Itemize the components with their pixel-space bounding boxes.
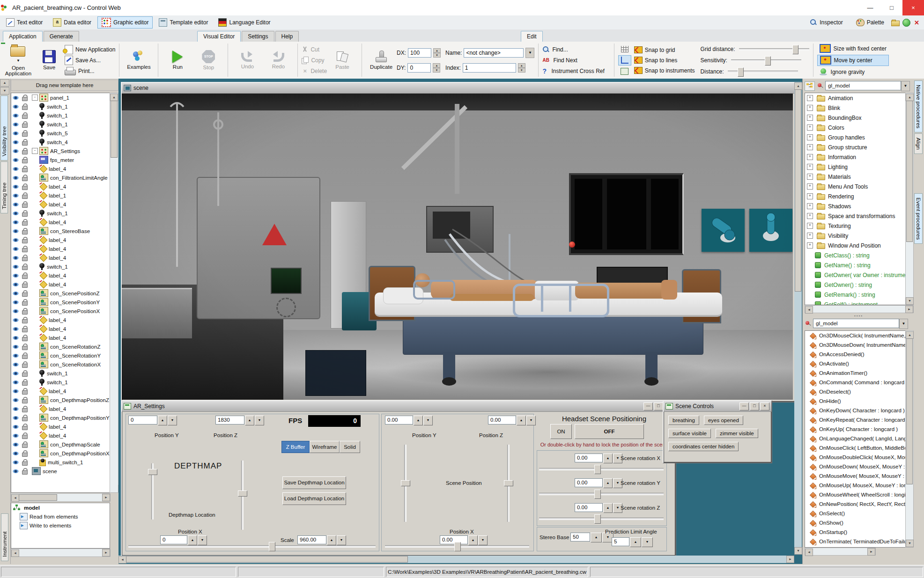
lock-icon[interactable]: [22, 344, 28, 350]
folder-space-and-transformations[interactable]: +Space and transformations: [805, 211, 905, 221]
scene-window-titlebar[interactable]: scene: [122, 83, 795, 94]
save-button[interactable]: Save: [34, 44, 65, 77]
eye-icon[interactable]: [13, 149, 19, 154]
eye-icon[interactable]: [13, 184, 19, 189]
slider-grid-distance-[interactable]: [739, 45, 809, 53]
event-hscrollbar[interactable]: ◄►: [805, 548, 876, 556]
eye-icon[interactable]: [13, 95, 19, 100]
copy-button[interactable]: Copy: [302, 56, 327, 65]
lock-icon[interactable]: [22, 326, 28, 332]
event-onaccessdenied[interactable]: OnAccessDenied(): [805, 350, 905, 359]
eye-icon[interactable]: [13, 380, 19, 385]
tree-item-switch_5[interactable]: switch_5: [11, 129, 110, 138]
maximize-button[interactable]: □: [881, 0, 902, 15]
lock-icon[interactable]: [22, 290, 28, 296]
lock-icon[interactable]: [22, 317, 28, 323]
slider-distance-[interactable]: [728, 67, 798, 76]
event-scroll-left[interactable]: ◄: [805, 549, 813, 556]
eye-icon[interactable]: [13, 140, 19, 145]
depthmap-vslider-2[interactable]: [238, 461, 246, 530]
event-onmousedown[interactable]: OnMouseDown( MouseX, MouseY : longi: [805, 462, 905, 471]
workspace-hscrollbar[interactable]: ◄ ►: [118, 556, 794, 563]
lock-icon[interactable]: [22, 459, 28, 465]
eye-icon[interactable]: [13, 202, 19, 207]
snap-to-instruments-toggle[interactable]: Snap to instruments: [634, 66, 695, 75]
event-pin-icon[interactable]: [805, 321, 811, 327]
tree-scroll-thumb[interactable]: [111, 101, 118, 158]
strip-scroll-down[interactable]: ▼: [0, 87, 9, 95]
folder-materials[interactable]: +Materials: [805, 172, 905, 182]
lines-mode-icon[interactable]: [618, 55, 631, 66]
solid-button[interactable]: Solid: [340, 441, 360, 453]
spin-b-up[interactable]: ▲: [245, 416, 254, 425]
ws-scroll-down[interactable]: ▼: [794, 547, 802, 555]
tree-item-fps_meter[interactable]: fps_meter: [11, 155, 110, 164]
mid-pos-y-value[interactable]: 0.00: [385, 416, 413, 424]
stereo-up[interactable]: ▲: [591, 533, 602, 542]
depthmap-vslider-1[interactable]: [148, 463, 156, 519]
lock-icon[interactable]: [22, 219, 28, 225]
eye-icon[interactable]: [13, 256, 19, 260]
scene-control-zimmer-visible[interactable]: zimmer visible: [716, 429, 758, 438]
dx-input[interactable]: 100: [408, 48, 431, 58]
event-onmousemove[interactable]: OnMouseMove( MouseX, MouseY : longi: [805, 471, 905, 481]
event-on3dmousedown[interactable]: On3DMouseDown( InstrumentName, Gro: [805, 340, 905, 350]
folder-animation[interactable]: +Animation: [805, 93, 905, 103]
native-instrument-select[interactable]: gl_model ▼: [825, 81, 910, 91]
run-button[interactable]: Run: [162, 44, 193, 77]
template-drop-hint[interactable]: Drag new template here: [11, 80, 118, 91]
prediction-value[interactable]: 5: [612, 537, 629, 546]
folder-boundingbox[interactable]: +BoundingBox: [805, 113, 905, 123]
rotation-up[interactable]: ▲: [603, 454, 613, 463]
duplicate-button[interactable]: Duplicate: [366, 44, 397, 77]
lock-icon[interactable]: [22, 95, 28, 101]
workspace-vscrollbar[interactable]: ▲ ▼: [794, 82, 802, 555]
eye-icon[interactable]: [13, 318, 19, 322]
lock-icon[interactable]: [22, 263, 28, 270]
eye-icon[interactable]: [13, 336, 19, 340]
rotation-slider-thumb[interactable]: [594, 465, 601, 474]
ws-scroll-right[interactable]: ►: [786, 556, 794, 563]
eye-icon[interactable]: [13, 416, 19, 420]
expander-icon[interactable]: +: [807, 115, 813, 121]
tree-item-con_DepthmapScale[interactable]: con_DepthmapScale: [11, 440, 110, 449]
tree-hscrollbar[interactable]: ◄►: [11, 493, 111, 502]
lock-icon[interactable]: [22, 468, 28, 474]
zbuffer-button[interactable]: Z Buffer: [281, 441, 310, 453]
ar-maximize-button[interactable]: □: [654, 402, 663, 410]
prediction-up[interactable]: ▲: [630, 537, 641, 547]
expander-icon[interactable]: +: [807, 144, 813, 150]
folder-window-and-position[interactable]: +Window And Position: [805, 241, 905, 250]
depthmap-vslider-1-thumb[interactable]: [148, 469, 157, 475]
event-scroll-up[interactable]: ▲: [906, 331, 914, 339]
tree-item-con_SceneRotationX[interactable]: con_SceneRotationX: [11, 360, 110, 369]
inspector-button[interactable]: Inspector: [806, 16, 847, 29]
globe-icon[interactable]: [902, 19, 910, 27]
editor-button-template[interactable]: Template editor: [155, 16, 212, 29]
close-button[interactable]: ×: [902, 0, 924, 15]
spin-a-up[interactable]: ▲: [158, 416, 167, 425]
expander-icon[interactable]: -: [32, 148, 38, 154]
tree-item-label_4[interactable]: label_4: [11, 431, 110, 440]
eye-icon[interactable]: [13, 371, 19, 376]
tree-item-con_DepthmapPositionY[interactable]: con_DepthmapPositionY: [11, 413, 110, 422]
event-on3dmouseclick[interactable]: On3DMouseClick( InstrumentName, Grou: [805, 331, 905, 340]
cut-button[interactable]: Cut: [302, 45, 327, 54]
tab-edit[interactable]: Edit: [521, 31, 543, 42]
eye-icon[interactable]: [13, 122, 19, 127]
folder-blink[interactable]: +Blink: [805, 103, 905, 113]
spin-b-down[interactable]: ▼: [255, 416, 264, 425]
rotation-slider-1[interactable]: [539, 490, 664, 498]
ar-settings-titlebar[interactable]: AR_Settings — □ ×: [122, 401, 675, 412]
function-getowner[interactable]: GetOwner( var Owner : instrument ) :: [805, 270, 905, 280]
rotation-value[interactable]: 0.00: [575, 454, 603, 462]
lock-icon[interactable]: [22, 228, 28, 234]
tab-visibility-tree[interactable]: Visibility tree: [0, 95, 8, 161]
tree-scroll-up[interactable]: ▲: [110, 94, 118, 101]
rotation-slider-thumb[interactable]: [594, 514, 601, 524]
tree-item-label_4[interactable]: label_4: [11, 333, 110, 342]
event-onmouseclick[interactable]: OnMouseClick( LeftButton, MiddleButton: [805, 443, 905, 453]
move-by-center-toggle[interactable]: Move by center: [817, 55, 889, 66]
sc-close-button[interactable]: ×: [760, 402, 769, 410]
folder-rendering[interactable]: +Rendering: [805, 191, 905, 201]
